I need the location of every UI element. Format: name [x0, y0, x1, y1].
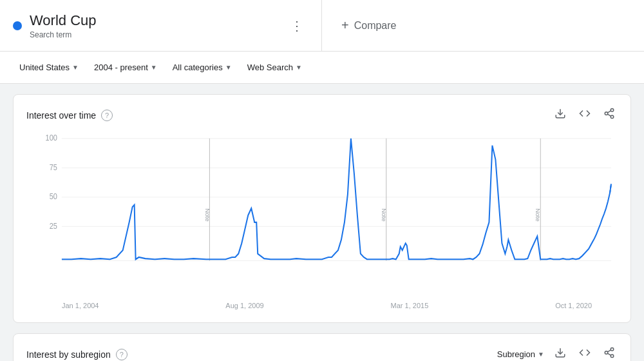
download-icon[interactable]: [552, 105, 569, 125]
filter-time-label: 2004 - present: [94, 63, 148, 72]
top-bar: World Cup Search term ⋮ + Compare: [0, 0, 644, 52]
svg-point-22: [611, 348, 614, 351]
chart-svg: 100 75 50 25 Note Note Note: [26, 132, 618, 299]
svg-text:Note: Note: [535, 208, 541, 222]
svg-line-26: [607, 350, 611, 352]
main-content: Interest over time ?: [0, 84, 644, 361]
filter-category-label: All categories: [173, 63, 223, 72]
svg-line-4: [607, 114, 611, 116]
subregion-dropdown-label: Subregion: [497, 349, 535, 359]
chart-container: 100 75 50 25 Note Note Note: [26, 132, 618, 299]
svg-point-2: [605, 112, 608, 115]
filter-search-type-chevron: ▼: [296, 64, 302, 71]
svg-text:100: 100: [46, 134, 57, 142]
filter-category[interactable]: All categories ▼: [166, 59, 238, 76]
filter-region-chevron: ▼: [72, 64, 79, 71]
svg-text:50: 50: [50, 193, 57, 200]
search-term-text: World Cup Search term: [30, 12, 278, 39]
svg-text:25: 25: [50, 222, 57, 229]
subregion-dropdown[interactable]: Subregion ▼: [497, 349, 544, 359]
subregion-right: Subregion ▼: [497, 344, 618, 361]
filter-time[interactable]: 2004 - present ▼: [88, 59, 164, 76]
interest-over-time-title: Interest over time: [26, 110, 96, 121]
subregion-title-group: Interest by subregion ?: [26, 349, 128, 360]
filter-region-label: United States: [19, 63, 70, 72]
card-actions: [552, 105, 618, 125]
filters-bar: United States ▼ 2004 - present ▼ All cat…: [0, 52, 644, 84]
compare-plus-icon: +: [341, 18, 349, 33]
interest-over-time-help[interactable]: ?: [101, 110, 113, 121]
card-title-group: Interest over time ?: [26, 110, 113, 121]
svg-point-23: [605, 351, 608, 355]
subregion-code-icon[interactable]: [576, 344, 593, 361]
compare-section[interactable]: + Compare: [322, 0, 416, 51]
subregion-help[interactable]: ?: [116, 349, 128, 360]
search-term-label: Search term: [30, 30, 278, 39]
x-label-0: Jan 1, 2004: [62, 302, 99, 309]
subregion-download-icon[interactable]: [552, 344, 569, 361]
subregion-share-icon[interactable]: [601, 344, 618, 361]
chart-x-labels: Jan 1, 2004 Aug 1, 2009 Mar 1, 2015 Oct …: [26, 299, 618, 309]
more-options-button[interactable]: ⋮: [285, 13, 308, 39]
x-label-3: Oct 1, 2020: [555, 302, 592, 309]
blue-dot: [13, 21, 22, 30]
search-term-section: World Cup Search term ⋮: [0, 0, 322, 51]
svg-line-5: [607, 111, 611, 113]
svg-text:75: 75: [50, 163, 57, 171]
filter-category-chevron: ▼: [225, 64, 232, 71]
card-header: Interest over time ?: [26, 105, 618, 125]
search-term-title: World Cup: [30, 12, 278, 29]
svg-line-25: [607, 353, 611, 355]
more-options-icon: ⋮: [290, 18, 303, 34]
filter-time-chevron: ▼: [151, 64, 157, 71]
filter-region[interactable]: United States ▼: [13, 59, 85, 76]
compare-label: Compare: [354, 20, 397, 32]
svg-text:Note: Note: [381, 208, 387, 222]
subregion-chevron: ▼: [538, 351, 544, 358]
filter-search-type[interactable]: Web Search ▼: [241, 59, 308, 76]
svg-text:Note: Note: [204, 208, 211, 222]
interest-over-time-card: Interest over time ?: [13, 94, 631, 323]
svg-point-24: [611, 355, 614, 358]
subregion-header: Interest by subregion ? Subregion ▼: [26, 344, 618, 361]
subregion-title: Interest by subregion: [26, 349, 111, 360]
code-icon[interactable]: [576, 105, 593, 125]
interest-by-subregion-card: Interest by subregion ? Subregion ▼: [13, 333, 631, 361]
svg-point-3: [611, 115, 614, 119]
filter-search-type-label: Web Search: [247, 63, 293, 72]
x-label-1: Aug 1, 2009: [225, 302, 263, 309]
svg-point-1: [611, 109, 614, 112]
x-label-2: Mar 1, 2015: [391, 302, 429, 309]
share-icon[interactable]: [601, 105, 618, 125]
